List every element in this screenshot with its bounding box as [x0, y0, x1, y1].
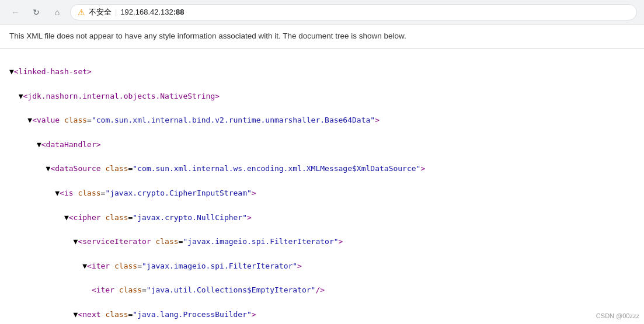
back-button[interactable]: ←	[7, 4, 23, 20]
xml-line-8: ▼<serviceIterator class="javax.imageio.s…	[9, 236, 635, 248]
refresh-button[interactable]: ↻	[28, 4, 44, 20]
browser-toolbar: ← ↻ ⌂ ⚠ 不安全 | 192.168.42.132:88	[0, 0, 644, 25]
home-button[interactable]: ⌂	[49, 4, 65, 20]
xml-line-7: ▼<cipher class="javax.crypto.NullCipher"…	[9, 212, 635, 224]
url-host: 192.168.42.132:88	[120, 8, 184, 16]
url-divider: |	[115, 8, 117, 16]
xml-line-11: ▼<next class="java.lang.ProcessBuilder">	[9, 309, 635, 321]
xml-content-area: ▼<linked-hash-set> ▼<jdk.nashorn.interna…	[0, 49, 644, 324]
watermark: CSDN @00zzz	[596, 312, 639, 319]
warning-icon: ⚠	[78, 8, 85, 17]
url-port-text: :88	[173, 8, 185, 16]
xml-info-message: This XML file does not appear to have an…	[9, 32, 406, 40]
xml-line-10: <iter class="java.util.Collections$Empty…	[9, 284, 635, 297]
xml-line-2: ▼<jdk.nashorn.internal.objects.NativeStr…	[9, 90, 635, 103]
xml-info-bar: This XML file does not appear to have an…	[0, 25, 644, 49]
address-bar[interactable]: ⚠ 不安全 | 192.168.42.132:88	[70, 4, 637, 20]
insecure-label: 不安全	[89, 7, 112, 18]
xml-line-4: ▼<dataHandler>	[9, 139, 635, 151]
xml-line-3: ▼<value class="com.sun.xml.internal.bind…	[9, 114, 635, 127]
xml-line-5: ▼<dataSource class="com.sun.xml.internal…	[9, 163, 635, 175]
xml-line-6: ▼<is class="javax.crypto.CipherInputStre…	[9, 187, 635, 200]
xml-line-1: ▼<linked-hash-set>	[9, 66, 635, 78]
xml-line-9: ▼<iter class="javax.imageio.spi.FilterIt…	[9, 260, 635, 273]
url-host-text: 192.168.42.132	[120, 8, 173, 16]
